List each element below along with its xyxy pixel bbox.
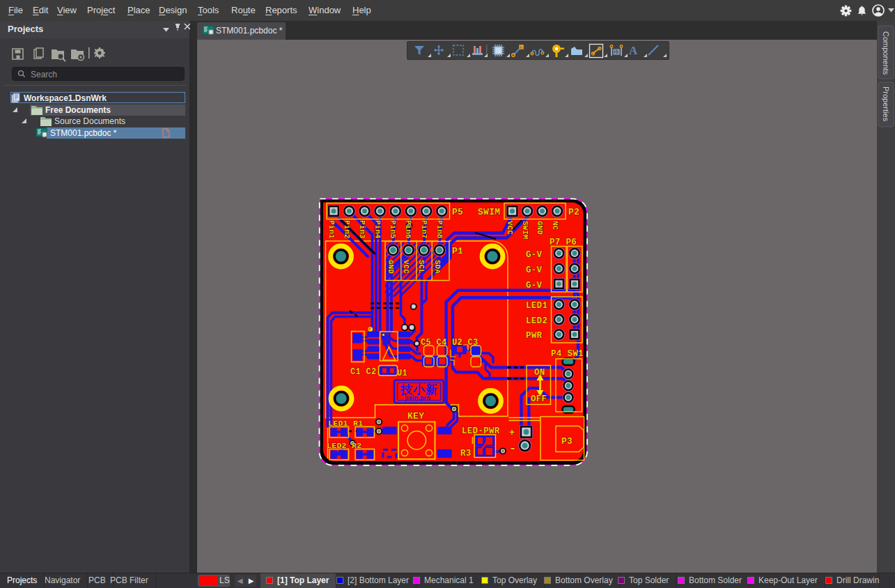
svg-text:Pin4: Pin4 [373, 220, 382, 239]
svg-text:SDA: SDA [433, 260, 442, 274]
svg-text:-: - [509, 442, 517, 455]
svg-text:P2: P2 [568, 207, 579, 217]
svg-text:LED-PWR: LED-PWR [462, 426, 500, 436]
svg-text:P5: P5 [452, 207, 463, 217]
svg-text:P1: P1 [452, 246, 463, 256]
svg-text:GND: GND [387, 260, 395, 274]
svg-text:LED2 R2: LED2 R2 [327, 441, 361, 450]
svg-text:jixin.pro: jixin.pro [404, 394, 430, 401]
svg-text:SWIM: SWIM [521, 221, 529, 240]
svg-text:Pin7: Pin7 [420, 220, 428, 238]
svg-text:10: 10 [614, 49, 620, 54]
svg-text:C5 C4 U2 C3: C5 C4 U2 C3 [421, 338, 478, 348]
svg-text:R3: R3 [460, 449, 472, 458]
svg-text:G-V: G-V [526, 250, 543, 260]
svg-text:Pin2: Pin2 [343, 220, 351, 238]
svg-text:Pin6: Pin6 [404, 220, 412, 238]
svg-text:U1: U1 [397, 369, 407, 378]
svg-text:G-V: G-V [526, 281, 543, 291]
svg-text:P7 P6: P7 P6 [550, 238, 577, 247]
svg-text:LED1: LED1 [526, 301, 547, 311]
svg-text:Pin3: Pin3 [358, 220, 366, 239]
svg-text:ON: ON [534, 368, 545, 378]
svg-text:Properties: Properties [882, 86, 890, 122]
svg-text:SWIM: SWIM [478, 207, 500, 217]
svg-text:P3: P3 [561, 436, 573, 447]
svg-text:NC: NC [551, 221, 559, 231]
svg-text:Components: Components [882, 31, 890, 75]
svg-text:LED2: LED2 [526, 316, 547, 326]
svg-text:VCC: VCC [506, 221, 514, 235]
svg-text:P4 SW1: P4 SW1 [551, 349, 584, 359]
svg-text:G-V: G-V [526, 265, 543, 275]
svg-text:OFF: OFF [531, 394, 547, 404]
svg-text:Pin5: Pin5 [389, 220, 397, 239]
svg-text:VCC: VCC [402, 260, 410, 274]
svg-text:KEY: KEY [407, 411, 424, 421]
svg-text:LED1 R1: LED1 R1 [328, 419, 363, 428]
svg-text:A: A [629, 44, 638, 57]
svg-text:SCL: SCL [417, 260, 426, 274]
svg-text:GND: GND [536, 221, 544, 235]
svg-text:PWR: PWR [526, 331, 543, 341]
svg-text:Pin1: Pin1 [327, 220, 336, 239]
svg-text:+: + [509, 427, 515, 439]
svg-text:C1 C2: C1 C2 [350, 367, 377, 377]
svg-text:Pin8: Pin8 [435, 220, 444, 239]
